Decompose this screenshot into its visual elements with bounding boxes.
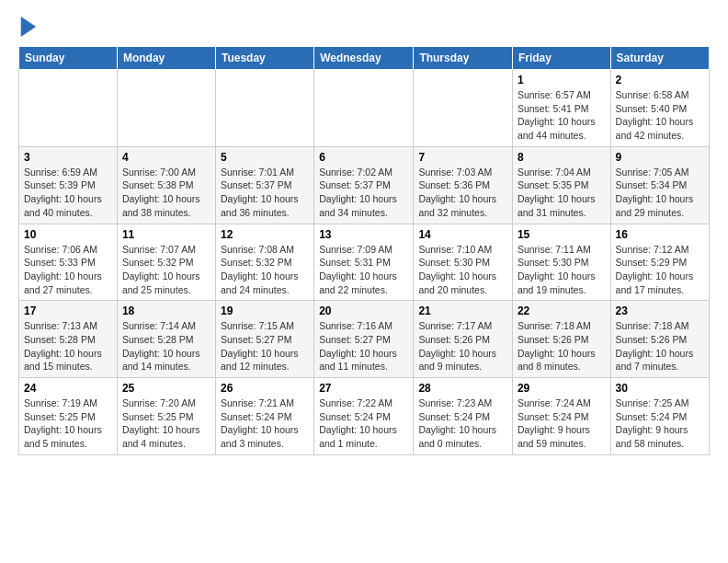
day-info: Sunrise: 7:13 AM Sunset: 5:28 PM Dayligh…: [24, 319, 112, 373]
day-info: Sunrise: 7:21 AM Sunset: 5:24 PM Dayligh…: [221, 396, 309, 451]
day-number: 21: [418, 304, 507, 317]
calendar-cell: 23Sunrise: 7:18 AM Sunset: 5:26 PM Dayli…: [610, 301, 709, 378]
logo: [18, 18, 37, 37]
calendar-cell: [314, 70, 414, 147]
calendar-cell: 25Sunrise: 7:20 AM Sunset: 5:25 PM Dayli…: [117, 378, 215, 455]
day-info: Sunrise: 7:12 AM Sunset: 5:29 PM Dayligh…: [616, 243, 704, 297]
header-sunday: Sunday: [19, 47, 118, 70]
day-number: 29: [518, 382, 606, 395]
day-number: 3: [24, 151, 112, 164]
calendar-cell: [414, 70, 513, 147]
calendar-week-row: 24Sunrise: 7:19 AM Sunset: 5:25 PM Dayli…: [19, 378, 710, 455]
calendar-cell: 24Sunrise: 7:19 AM Sunset: 5:25 PM Dayli…: [19, 378, 118, 455]
day-info: Sunrise: 7:10 AM Sunset: 5:30 PM Dayligh…: [418, 243, 507, 297]
calendar-cell: 16Sunrise: 7:12 AM Sunset: 5:29 PM Dayli…: [610, 224, 709, 301]
day-number: 16: [616, 228, 704, 241]
header-tuesday: Tuesday: [215, 47, 313, 70]
day-number: 15: [518, 228, 606, 241]
calendar-cell: 3Sunrise: 6:59 AM Sunset: 5:39 PM Daylig…: [19, 146, 118, 224]
calendar-cell: 20Sunrise: 7:16 AM Sunset: 5:27 PM Dayli…: [314, 301, 414, 378]
day-number: 8: [518, 151, 606, 164]
calendar-cell: [19, 70, 118, 147]
calendar-cell: 1Sunrise: 6:57 AM Sunset: 5:41 PM Daylig…: [512, 70, 610, 147]
day-info: Sunrise: 7:15 AM Sunset: 5:27 PM Dayligh…: [221, 319, 309, 373]
calendar-cell: 30Sunrise: 7:25 AM Sunset: 5:24 PM Dayli…: [610, 378, 709, 455]
day-info: Sunrise: 7:08 AM Sunset: 5:32 PM Dayligh…: [221, 243, 309, 297]
day-number: 27: [319, 382, 408, 395]
calendar-cell: 9Sunrise: 7:05 AM Sunset: 5:34 PM Daylig…: [610, 146, 709, 224]
day-number: 4: [122, 151, 210, 164]
calendar-cell: 5Sunrise: 7:01 AM Sunset: 5:37 PM Daylig…: [215, 146, 313, 224]
day-number: 2: [616, 74, 704, 86]
day-info: Sunrise: 7:24 AM Sunset: 5:24 PM Dayligh…: [518, 396, 606, 451]
header-monday: Monday: [117, 47, 215, 70]
calendar-cell: 10Sunrise: 7:06 AM Sunset: 5:33 PM Dayli…: [19, 224, 118, 301]
calendar-cell: 11Sunrise: 7:07 AM Sunset: 5:32 PM Dayli…: [117, 224, 215, 301]
calendar-cell: [117, 70, 215, 147]
svg-marker-0: [21, 17, 37, 37]
calendar-cell: 17Sunrise: 7:13 AM Sunset: 5:28 PM Dayli…: [19, 301, 118, 378]
page-header: [18, 15, 710, 37]
calendar-cell: 28Sunrise: 7:23 AM Sunset: 5:24 PM Dayli…: [414, 378, 513, 455]
header-thursday: Thursday: [414, 47, 513, 70]
day-number: 12: [221, 228, 309, 241]
day-number: 6: [319, 151, 408, 164]
day-info: Sunrise: 6:59 AM Sunset: 5:39 PM Dayligh…: [24, 166, 112, 220]
day-info: Sunrise: 7:20 AM Sunset: 5:25 PM Dayligh…: [122, 396, 210, 451]
day-info: Sunrise: 7:05 AM Sunset: 5:34 PM Dayligh…: [616, 166, 704, 220]
calendar-cell: 18Sunrise: 7:14 AM Sunset: 5:28 PM Dayli…: [117, 301, 215, 378]
day-number: 22: [518, 304, 606, 317]
calendar-cell: 4Sunrise: 7:00 AM Sunset: 5:38 PM Daylig…: [117, 146, 215, 224]
calendar-cell: [215, 70, 313, 147]
day-info: Sunrise: 7:00 AM Sunset: 5:38 PM Dayligh…: [122, 166, 210, 220]
day-number: 28: [418, 382, 507, 395]
calendar-cell: 6Sunrise: 7:02 AM Sunset: 5:37 PM Daylig…: [314, 146, 414, 224]
day-info: Sunrise: 7:01 AM Sunset: 5:37 PM Dayligh…: [221, 166, 309, 220]
day-number: 18: [122, 304, 210, 317]
calendar-cell: 2Sunrise: 6:58 AM Sunset: 5:40 PM Daylig…: [610, 70, 709, 147]
day-info: Sunrise: 7:23 AM Sunset: 5:24 PM Dayligh…: [418, 396, 507, 451]
day-info: Sunrise: 7:16 AM Sunset: 5:27 PM Dayligh…: [319, 319, 408, 373]
day-info: Sunrise: 7:14 AM Sunset: 5:28 PM Dayligh…: [122, 319, 210, 373]
day-info: Sunrise: 7:18 AM Sunset: 5:26 PM Dayligh…: [616, 319, 704, 373]
calendar-cell: 29Sunrise: 7:24 AM Sunset: 5:24 PM Dayli…: [512, 378, 610, 455]
day-number: 11: [122, 228, 210, 241]
day-number: 23: [616, 304, 704, 317]
day-info: Sunrise: 7:06 AM Sunset: 5:33 PM Dayligh…: [24, 243, 112, 297]
day-number: 24: [24, 382, 112, 395]
calendar-cell: 13Sunrise: 7:09 AM Sunset: 5:31 PM Dayli…: [314, 224, 414, 301]
day-number: 1: [518, 74, 606, 86]
day-number: 19: [221, 304, 309, 317]
day-number: 10: [24, 228, 112, 241]
calendar-week-row: 10Sunrise: 7:06 AM Sunset: 5:33 PM Dayli…: [19, 224, 710, 301]
day-number: 9: [616, 151, 704, 164]
header-friday: Friday: [512, 47, 610, 70]
day-number: 30: [616, 382, 704, 395]
day-number: 26: [221, 382, 309, 395]
calendar-cell: 21Sunrise: 7:17 AM Sunset: 5:26 PM Dayli…: [414, 301, 513, 378]
header-saturday: Saturday: [610, 47, 709, 70]
day-number: 25: [122, 382, 210, 395]
day-number: 5: [221, 151, 309, 164]
day-info: Sunrise: 7:22 AM Sunset: 5:24 PM Dayligh…: [319, 396, 408, 451]
day-number: 13: [319, 228, 408, 241]
day-info: Sunrise: 6:58 AM Sunset: 5:40 PM Dayligh…: [616, 88, 704, 143]
calendar-cell: 19Sunrise: 7:15 AM Sunset: 5:27 PM Dayli…: [215, 301, 313, 378]
day-info: Sunrise: 6:57 AM Sunset: 5:41 PM Dayligh…: [518, 88, 606, 143]
calendar-table: SundayMondayTuesdayWednesdayThursdayFrid…: [18, 46, 710, 455]
calendar-cell: 12Sunrise: 7:08 AM Sunset: 5:32 PM Dayli…: [215, 224, 313, 301]
calendar-week-row: 17Sunrise: 7:13 AM Sunset: 5:28 PM Dayli…: [19, 301, 710, 378]
calendar-cell: 7Sunrise: 7:03 AM Sunset: 5:36 PM Daylig…: [414, 146, 513, 224]
calendar-header-row: SundayMondayTuesdayWednesdayThursdayFrid…: [19, 47, 710, 70]
calendar-cell: 27Sunrise: 7:22 AM Sunset: 5:24 PM Dayli…: [314, 378, 414, 455]
day-info: Sunrise: 7:07 AM Sunset: 5:32 PM Dayligh…: [122, 243, 210, 297]
calendar-week-row: 1Sunrise: 6:57 AM Sunset: 5:41 PM Daylig…: [19, 70, 710, 147]
day-info: Sunrise: 7:25 AM Sunset: 5:24 PM Dayligh…: [616, 396, 704, 451]
calendar-cell: 26Sunrise: 7:21 AM Sunset: 5:24 PM Dayli…: [215, 378, 313, 455]
calendar-cell: 15Sunrise: 7:11 AM Sunset: 5:30 PM Dayli…: [512, 224, 610, 301]
day-info: Sunrise: 7:04 AM Sunset: 5:35 PM Dayligh…: [518, 166, 606, 220]
day-number: 20: [319, 304, 408, 317]
day-info: Sunrise: 7:19 AM Sunset: 5:25 PM Dayligh…: [24, 396, 112, 451]
calendar-cell: 14Sunrise: 7:10 AM Sunset: 5:30 PM Dayli…: [414, 224, 513, 301]
header-wednesday: Wednesday: [314, 47, 414, 70]
